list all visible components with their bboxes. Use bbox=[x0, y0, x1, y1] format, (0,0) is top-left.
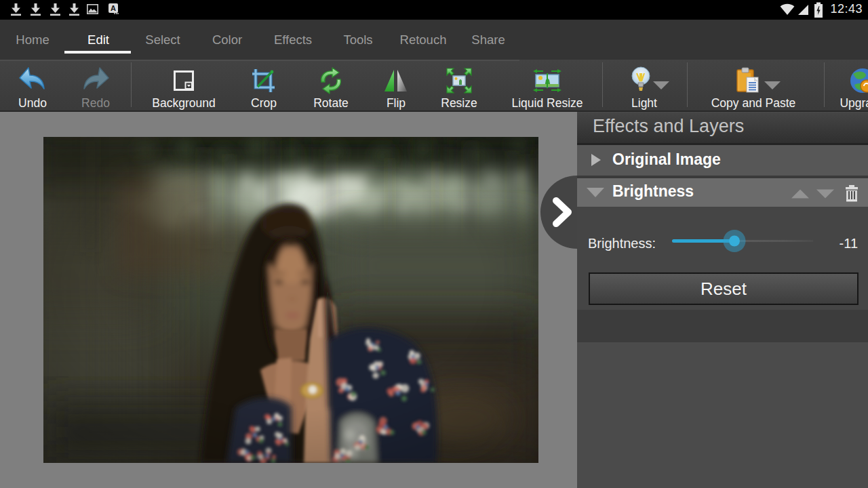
svg-text:A: A bbox=[111, 4, 116, 12]
